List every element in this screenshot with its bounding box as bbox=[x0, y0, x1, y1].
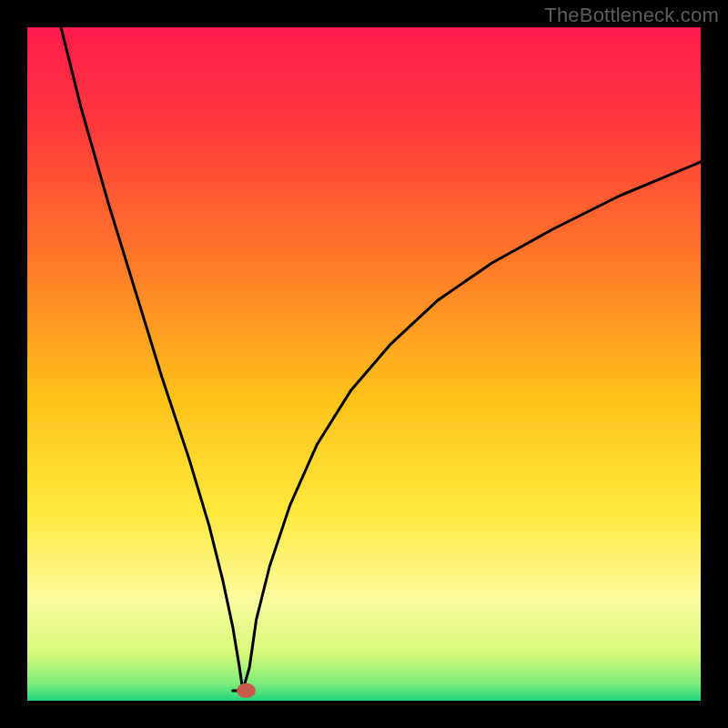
plot-svg bbox=[27, 27, 701, 701]
gradient-background bbox=[27, 27, 701, 701]
minimum-marker bbox=[237, 683, 256, 698]
chart-frame: TheBottleneck.com bbox=[0, 0, 728, 728]
plot-area bbox=[27, 27, 701, 701]
watermark-text: TheBottleneck.com bbox=[544, 4, 719, 27]
